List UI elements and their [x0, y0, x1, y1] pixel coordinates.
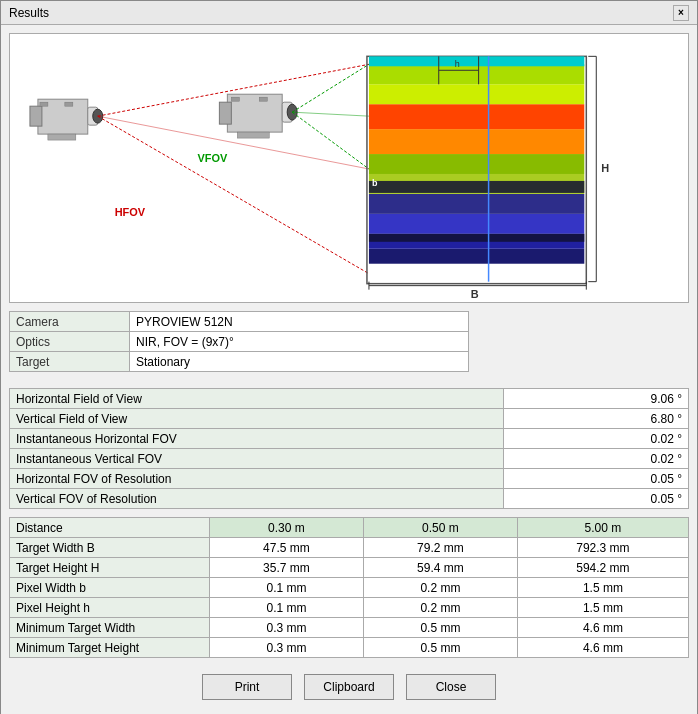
info-row: TargetStationary — [10, 352, 469, 372]
info-row: OpticsNIR, FOV = (9x7)° — [10, 332, 469, 352]
info-row: CameraPYROVIEW 512N — [10, 312, 469, 332]
dist-cell: 0.1 mm — [210, 598, 364, 618]
dist-header-cell: 5.00 m — [517, 518, 688, 538]
dist-row-label: Pixel Height h — [10, 598, 210, 618]
fov-value: 0.05 ° — [503, 489, 688, 509]
fov-value: 0.05 ° — [503, 469, 688, 489]
dist-row: Pixel Width b0.1 mm0.2 mm1.5 mm — [10, 578, 689, 598]
svg-rect-6 — [65, 102, 73, 106]
svg-text:HFOV: HFOV — [115, 206, 146, 218]
info-label: Target — [10, 352, 130, 372]
svg-rect-34 — [369, 56, 584, 66]
svg-rect-26 — [369, 214, 584, 234]
main-content: HFOV VFOV — [1, 25, 697, 714]
fov-label: Vertical Field of View — [10, 409, 504, 429]
svg-rect-30 — [369, 129, 584, 154]
info-label: Optics — [10, 332, 130, 352]
svg-rect-35 — [369, 181, 584, 193]
window-title: Results — [9, 6, 49, 20]
distance-table: Distance0.30 m0.50 m5.00 mTarget Width B… — [9, 517, 689, 658]
svg-text:b: b — [372, 178, 378, 188]
fov-value: 6.80 ° — [503, 409, 688, 429]
svg-rect-29 — [369, 154, 584, 174]
fov-label: Horizontal Field of View — [10, 389, 504, 409]
svg-text:h: h — [455, 59, 460, 69]
svg-rect-33 — [369, 64, 584, 84]
fov-row: Instantaneous Horizontal FOV0.02 ° — [10, 429, 689, 449]
dist-cell: 0.3 mm — [210, 618, 364, 638]
svg-rect-32 — [369, 84, 584, 104]
title-bar: Results × — [1, 1, 697, 25]
svg-rect-14 — [237, 132, 269, 138]
dist-row: Target Height H35.7 mm59.4 mm594.2 mm — [10, 558, 689, 578]
dist-row: Minimum Target Width0.3 mm0.5 mm4.6 mm — [10, 618, 689, 638]
svg-rect-9 — [219, 102, 231, 124]
dist-header-cell: 0.50 m — [363, 518, 517, 538]
info-value: Stationary — [130, 352, 469, 372]
dist-row: Pixel Height h0.1 mm0.2 mm1.5 mm — [10, 598, 689, 618]
dist-cell: 0.1 mm — [210, 578, 364, 598]
button-row: Print Clipboard Close — [9, 670, 689, 708]
svg-rect-31 — [369, 104, 584, 129]
svg-rect-12 — [231, 97, 239, 101]
info-value: PYROVIEW 512N — [130, 312, 469, 332]
print-button[interactable]: Print — [202, 674, 292, 700]
dist-cell: 594.2 mm — [517, 558, 688, 578]
clipboard-button[interactable]: Clipboard — [304, 674, 394, 700]
dist-cell: 79.2 mm — [363, 538, 517, 558]
svg-rect-13 — [259, 97, 267, 101]
dist-header-cell: 0.30 m — [210, 518, 364, 538]
svg-rect-27 — [369, 194, 584, 214]
fov-row: Instantaneous Vertical FOV0.02 ° — [10, 449, 689, 469]
fov-value: 0.02 ° — [503, 429, 688, 449]
fov-value: 9.06 ° — [503, 389, 688, 409]
camera-info-table: CameraPYROVIEW 512NOpticsNIR, FOV = (9x7… — [9, 311, 469, 372]
dist-row-label: Target Height H — [10, 558, 210, 578]
dist-cell: 792.3 mm — [517, 538, 688, 558]
dist-row-label: Target Width B — [10, 538, 210, 558]
fov-label: Instantaneous Vertical FOV — [10, 449, 504, 469]
dist-row-label: Pixel Width b — [10, 578, 210, 598]
dist-cell: 35.7 mm — [210, 558, 364, 578]
fov-row: Vertical Field of View6.80 ° — [10, 409, 689, 429]
fov-row: Horizontal FOV of Resolution0.05 ° — [10, 469, 689, 489]
results-window: Results × — [0, 0, 698, 714]
info-label: Camera — [10, 312, 130, 332]
fov-row: Horizontal Field of View9.06 ° — [10, 389, 689, 409]
dist-cell: 47.5 mm — [210, 538, 364, 558]
dist-cell: 59.4 mm — [363, 558, 517, 578]
dist-header-row: Distance0.30 m0.50 m5.00 m — [10, 518, 689, 538]
dist-cell: 0.5 mm — [363, 618, 517, 638]
close-button[interactable]: Close — [406, 674, 496, 700]
dist-cell: 1.5 mm — [517, 578, 688, 598]
dist-cell: 4.6 mm — [517, 638, 688, 658]
fov-label: Instantaneous Horizontal FOV — [10, 429, 504, 449]
svg-rect-24 — [369, 249, 584, 264]
diagram-area: HFOV VFOV — [9, 33, 689, 303]
fov-row: Vertical FOV of Resolution0.05 ° — [10, 489, 689, 509]
svg-text:B: B — [471, 288, 479, 300]
dist-cell: 0.5 mm — [363, 638, 517, 658]
fov-label: Vertical FOV of Resolution — [10, 489, 504, 509]
svg-rect-36 — [369, 234, 584, 242]
svg-rect-2 — [30, 106, 42, 126]
dist-cell: 1.5 mm — [517, 598, 688, 618]
dist-row: Target Width B47.5 mm79.2 mm792.3 mm — [10, 538, 689, 558]
svg-text:H: H — [601, 162, 609, 174]
fov-table: Horizontal Field of View9.06 °Vertical F… — [9, 388, 689, 509]
fov-label: Horizontal FOV of Resolution — [10, 469, 504, 489]
svg-rect-5 — [40, 102, 48, 106]
dist-cell: 4.6 mm — [517, 618, 688, 638]
close-icon[interactable]: × — [673, 5, 689, 21]
dist-row-label: Minimum Target Width — [10, 618, 210, 638]
dist-row-label: Minimum Target Height — [10, 638, 210, 658]
dist-cell: 0.3 mm — [210, 638, 364, 658]
info-value: NIR, FOV = (9x7)° — [130, 332, 469, 352]
fov-value: 0.02 ° — [503, 449, 688, 469]
dist-row-label: Distance — [10, 518, 210, 538]
svg-rect-7 — [48, 134, 76, 140]
dist-cell: 0.2 mm — [363, 598, 517, 618]
dist-cell: 0.2 mm — [363, 578, 517, 598]
dist-row: Minimum Target Height0.3 mm0.5 mm4.6 mm — [10, 638, 689, 658]
svg-text:VFOV: VFOV — [197, 152, 228, 164]
